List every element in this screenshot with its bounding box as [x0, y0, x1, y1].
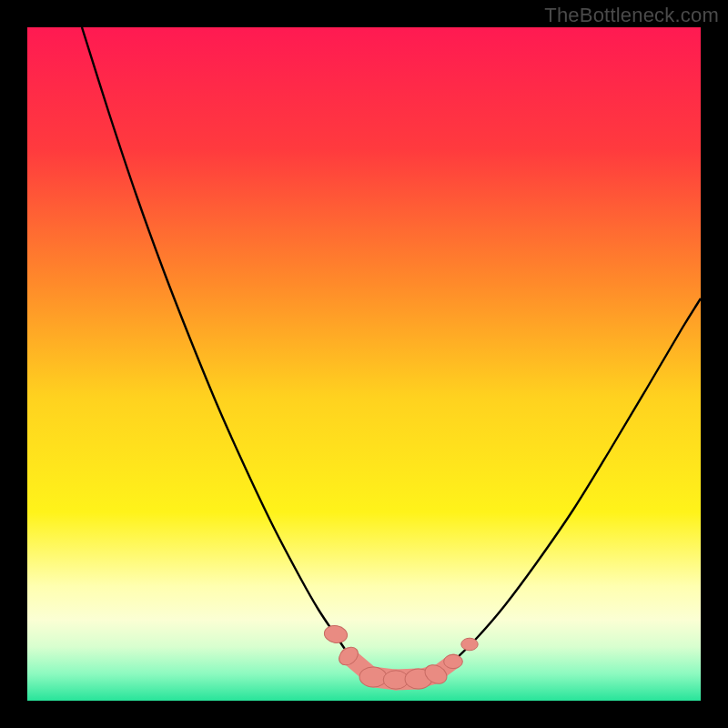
- marker-bead: [461, 638, 478, 651]
- marker-bead: [359, 666, 388, 687]
- chart-frame: TheBottleneck.com: [0, 0, 728, 728]
- marker-bead: [444, 654, 463, 668]
- gradient-background: [27, 27, 701, 701]
- plot-area: [27, 27, 701, 701]
- watermark-text: TheBottleneck.com: [544, 4, 719, 27]
- chart-svg: [27, 27, 701, 701]
